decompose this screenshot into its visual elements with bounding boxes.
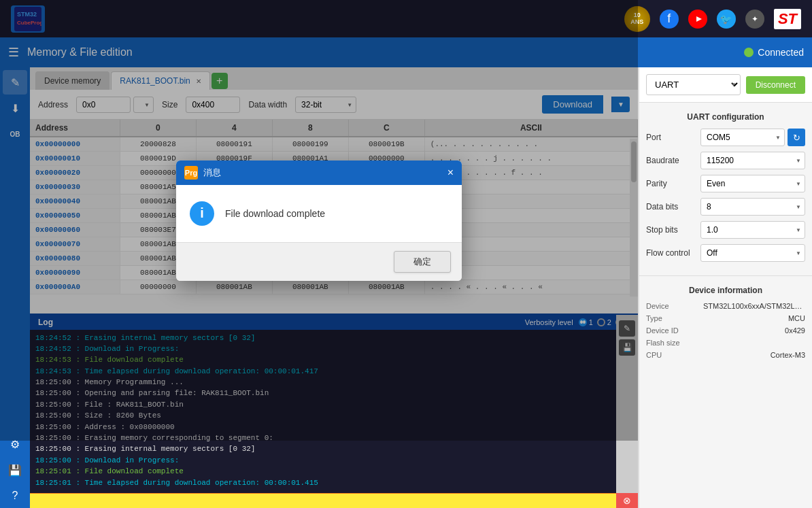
data-bits-label: Data bits [646,202,700,211]
modal-dialog: Prg 消息 × i File download complete 确定 [176,160,462,281]
sidebar-btn-help[interactable]: ? [3,484,27,508]
log-error-indicator: ⊗ [616,493,638,508]
sidebar-btn-files[interactable]: 💾 [3,458,27,482]
modal-message: File download complete [225,208,325,219]
type-label: Type [646,314,662,322]
config-title: UART configuration [646,108,805,129]
interface-select-wrapper: UART USB SWD ▼ [646,74,741,95]
log-line: 18:25:01 : File download complete [35,467,632,477]
cpu-label: CPU [646,351,662,359]
modal-close-button[interactable]: × [447,167,454,179]
port-label: Port [646,133,700,142]
data-bits-row: Data bits 8 7 6 [646,198,805,216]
log-line: 18:25:00 : Erasing internal memory secto… [35,444,632,454]
baudrate-row: Baudrate 115200 [646,152,805,169]
device-id-label: Device ID [646,326,679,335]
youtube-icon[interactable] [688,10,707,29]
log-line: 18:25:00 : Download in Progress: [35,456,632,466]
modal-ok-button[interactable]: 确定 [394,251,451,273]
device-row: Device STM32L100x6xxA/STM32L100x8x... [646,302,805,310]
connected-label: Connected [758,47,804,58]
facebook-icon[interactable]: f [660,10,679,29]
flow-control-row: Flow control Off On [646,244,805,262]
connected-dot [744,48,754,57]
data-bits-select[interactable]: 8 7 6 [700,198,805,216]
flash-size-label: Flash size [646,339,680,347]
device-label: Device [646,302,669,310]
log-bottom-bar: ⊗ [30,493,638,508]
type-value: MCU [788,314,805,322]
baudrate-label: Baudrate [646,156,700,165]
device-value: STM32L100x6xxA/STM32L100x8x... [703,302,805,310]
flow-control-select[interactable]: Off On [700,244,805,262]
cpu-row: CPU Cortex-M3 [646,351,805,359]
port-refresh-button[interactable]: ↻ [788,129,805,146]
right-panel: UART USB SWD ▼ Disconnect UART configura… [638,67,812,508]
port-select[interactable]: COM5 [700,129,785,146]
disconnect-button[interactable]: Disconnect [746,76,805,94]
stop-bits-label: Stop bits [646,225,700,235]
flash-size-row: Flash size [646,339,805,347]
device-info-section: Device information Device STM32L100x6xxA… [639,275,812,369]
stop-bits-select[interactable]: 1.0 1.5 2.0 [700,221,805,239]
modal-footer: 确定 [176,242,462,281]
connection-status: Connected [744,47,804,58]
modal-header: Prg 消息 × [176,160,462,185]
parity-label: Parity [646,179,700,188]
twitter-icon[interactable]: 🐦 [717,10,736,29]
interface-select[interactable]: UART USB SWD [646,74,741,95]
log-line: 18:25:01 : Time elapsed during download … [35,478,632,488]
community-icon[interactable]: ✦ [745,10,764,29]
type-row: Type MCU [646,314,805,322]
cpu-value: Cortex-M3 [771,351,805,359]
parity-select[interactable]: Even Odd None [700,175,805,192]
port-row: Port COM5 ↻ [646,129,805,146]
device-info-title: Device information [646,282,805,302]
device-id-value: 0x429 [785,326,805,335]
modal-overlay: Prg 消息 × i File download complete 确定 [0,0,638,441]
modal-title: 消息 [203,167,442,179]
flow-control-label: Flow control [646,248,700,258]
social-icons: 10ANS f 🐦 ✦ ST [624,6,801,32]
modal-info-icon: i [190,201,214,226]
stop-bits-row: Stop bits 1.0 1.5 2.0 [646,221,805,239]
device-id-row: Device ID 0x429 [646,326,805,335]
modal-header-icon: Prg [184,166,198,180]
uart-config-section: UART configuration Port COM5 ↻ Baudrate … [639,103,812,273]
uart-selector-row: UART USB SWD ▼ Disconnect [639,67,812,103]
modal-body: i File download complete [176,185,462,242]
st-logo: ST [774,9,801,29]
parity-row: Parity Even Odd None [646,175,805,192]
baudrate-select[interactable]: 115200 [700,152,805,169]
